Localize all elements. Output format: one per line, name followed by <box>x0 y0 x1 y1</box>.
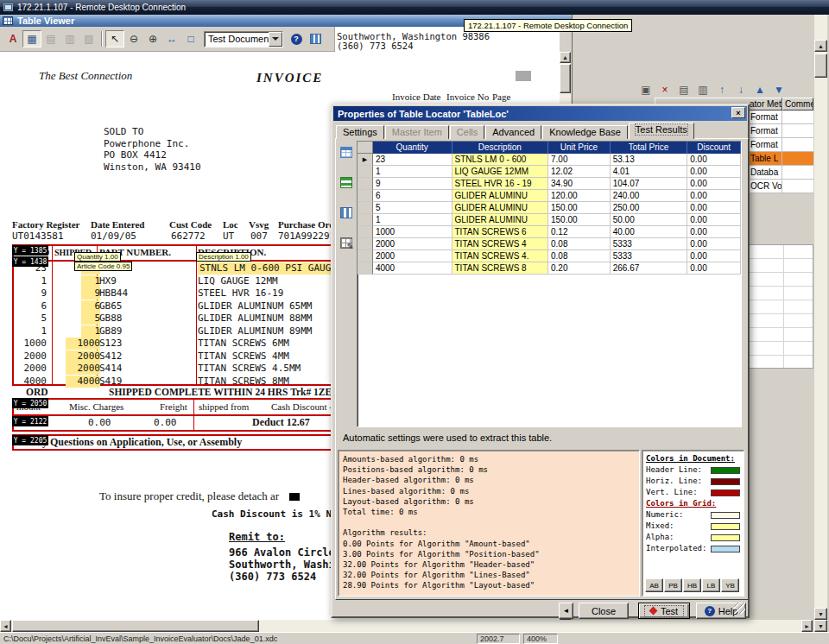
properties-icon[interactable]: ▣ <box>637 82 655 97</box>
scroll-thumb[interactable] <box>560 64 571 93</box>
grid-cell[interactable]: 12.02 <box>548 166 611 178</box>
font-tool-icon[interactable]: A <box>3 30 22 47</box>
grid-cell[interactable]: 5333 <box>611 250 688 262</box>
table-row[interactable]: 9STEEL HVR 16 - 1934.90104.070.00 <box>358 178 741 190</box>
table-row[interactable]: ▶23STNLS LM 0 - 6007.0053.130.00 <box>358 154 741 166</box>
row-selector[interactable] <box>358 178 373 190</box>
column-bars-view-icon[interactable] <box>338 203 355 222</box>
tab-knowledge-base[interactable]: Knowledge Base <box>542 125 628 139</box>
grid-cell[interactable]: 0.20 <box>548 262 611 275</box>
grid-cell[interactable]: 266.67 <box>611 262 688 275</box>
grid-cell[interactable]: 0.00 <box>687 190 741 202</box>
remove-row-icon[interactable]: ▥ <box>694 82 712 97</box>
row-selector[interactable] <box>358 262 373 275</box>
grid-cell[interactable]: 34.90 <box>548 178 611 190</box>
fit-width-icon[interactable]: ↔ <box>162 30 181 47</box>
grid-cell[interactable]: 0.08 <box>548 238 611 250</box>
dialog-close-action-button[interactable]: Close <box>579 603 629 619</box>
grid-cell[interactable]: STNLS LM 0 - 600 <box>452 154 548 166</box>
table-row[interactable]: 4000TITAN SCREWS 80.20266.670.00 <box>358 262 741 275</box>
delete-icon[interactable]: × <box>656 82 674 97</box>
back-button[interactable]: ◄ <box>559 603 573 619</box>
move-up-icon[interactable]: ↑ <box>713 82 731 97</box>
scroll-up-button[interactable]: ▲ <box>814 40 827 52</box>
grid-cell[interactable]: 2000 <box>373 250 452 262</box>
grid-cell[interactable]: 104.07 <box>611 178 688 190</box>
table-row[interactable]: 5GLIDER ALUMINU150.00250.000.00 <box>358 202 741 214</box>
sort-asc-icon[interactable]: ▲ <box>751 82 769 97</box>
grid-cell[interactable]: 0.12 <box>548 226 611 238</box>
grid-cell[interactable]: 2000 <box>373 238 452 250</box>
grid-cell[interactable]: STEEL HVR 16 - 19 <box>452 178 548 190</box>
grid-cell[interactable]: 120.00 <box>548 190 611 202</box>
grid-cell[interactable]: TITAN SCREWS 8 <box>452 262 548 275</box>
tab-advanced[interactable]: Advanced <box>485 125 541 139</box>
grid-cell[interactable]: TITAN SCREWS 4. <box>452 250 548 262</box>
table-row[interactable]: 2000TITAN SCREWS 4.0.0853330.00 <box>358 250 741 262</box>
grid-cell[interactable]: 9 <box>373 178 452 190</box>
fit-page-icon[interactable]: □ <box>181 30 200 47</box>
grid-cell[interactable]: 0.00 <box>687 238 741 250</box>
sort-desc-icon[interactable]: ▼ <box>770 82 788 97</box>
scroll-up-button[interactable]: ▲ <box>560 52 571 63</box>
grid-cell[interactable]: 6 <box>373 190 452 202</box>
zoom-out-icon[interactable]: ⊖ <box>124 30 143 47</box>
grid-cell[interactable]: 1 <box>373 166 452 178</box>
grid-cell[interactable]: 40.00 <box>611 226 688 238</box>
test-button[interactable]: Test <box>638 603 690 619</box>
document-set-dropdown[interactable]: Test Documents <box>204 31 283 47</box>
scroll-right-button[interactable]: ► <box>801 620 813 632</box>
legend-button-ab[interactable]: AB <box>645 578 663 592</box>
scroll-thumb[interactable] <box>12 620 259 632</box>
grid-edit-view-icon[interactable] <box>338 233 355 252</box>
grid-cell[interactable]: 5 <box>373 202 452 214</box>
grid-column-header[interactable]: Unit Price <box>548 142 611 154</box>
grid-cell[interactable]: 0.00 <box>687 202 741 214</box>
grid-cell[interactable]: TITAN SCREWS 4 <box>452 238 548 250</box>
row-selector[interactable] <box>358 226 373 238</box>
dialog-close-button[interactable]: × <box>731 107 745 118</box>
document-hscroll[interactable]: ◄ ► <box>0 620 813 632</box>
grid-cell[interactable]: 5333 <box>611 238 688 250</box>
grid-cell[interactable]: 0.08 <box>548 250 611 262</box>
panel-vscroll[interactable]: ▲ ▼ ▼ <box>814 15 827 632</box>
result-grid[interactable]: QuantityDescriptionUnit PriceTotal Price… <box>357 141 742 427</box>
row-selector[interactable] <box>358 250 373 262</box>
legend-button-lb[interactable]: LB <box>702 578 720 592</box>
legend-button-yb[interactable]: YB <box>721 578 739 592</box>
grid-cell[interactable]: 150.00 <box>548 214 611 226</box>
grid-cell[interactable]: 1 <box>373 214 452 226</box>
grid-column-header[interactable]: Total Price <box>611 142 688 154</box>
grid-cell[interactable]: 1000 <box>373 226 452 238</box>
row-selector[interactable] <box>358 238 373 250</box>
grid-cell[interactable]: 0.00 <box>687 178 741 190</box>
table-grid-view-icon[interactable] <box>338 142 355 161</box>
grid-cell[interactable]: TITAN SCREWS 6 <box>452 226 548 238</box>
table-row[interactable]: 1GLIDER ALUMINU150.0050.000.00 <box>358 214 741 226</box>
tab-settings[interactable]: Settings <box>336 125 384 139</box>
move-down-icon[interactable]: ↓ <box>732 82 750 97</box>
grid-cell[interactable]: GLIDER ALUMINU <box>452 190 548 202</box>
grid-cell[interactable]: 150.00 <box>548 202 611 214</box>
columns-view-icon[interactable] <box>306 30 325 47</box>
legend-button-pb[interactable]: PB <box>664 578 682 592</box>
row-bands-view-icon[interactable] <box>338 173 355 192</box>
row-selector[interactable] <box>358 190 373 202</box>
grid-cell[interactable]: 0.00 <box>687 214 741 226</box>
grid-cell[interactable]: 0.00 <box>687 250 741 262</box>
grid-cell[interactable]: 0.00 <box>687 262 741 275</box>
row-selector[interactable] <box>358 202 373 214</box>
grid-cell[interactable]: 4.01 <box>611 166 688 178</box>
image-view-icon[interactable]: ▦ <box>22 30 41 47</box>
resize-grip[interactable] <box>734 603 745 614</box>
grid-column-header[interactable]: Description <box>452 142 549 154</box>
grid-cell[interactable]: 0.00 <box>687 154 741 166</box>
grid-column-header[interactable]: Quantity <box>373 142 452 154</box>
dropdown-arrow-button[interactable] <box>269 32 282 47</box>
grid-cell[interactable]: LIQ GAUGE 12MM <box>452 166 548 178</box>
grid-cell[interactable]: GLIDER ALUMINU <box>452 202 548 214</box>
column-header-comment[interactable]: Commen <box>782 98 813 110</box>
scroll-thumb[interactable] <box>814 54 827 78</box>
grid-cell[interactable]: GLIDER ALUMINU <box>452 214 548 226</box>
row-selector[interactable] <box>358 214 373 226</box>
